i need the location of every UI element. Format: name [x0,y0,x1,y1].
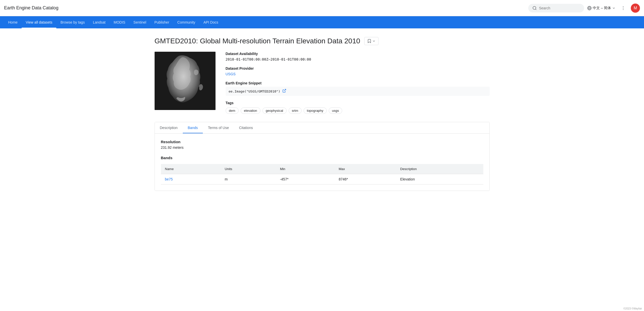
provider-link[interactable]: USGS [226,72,236,76]
nav-item-publisher[interactable]: Publisher [150,16,173,28]
tabs-header: Description Bands Terms of Use Citations [155,122,489,134]
snippet-box: ee.Image("USGS/GMTED2010") [226,87,490,96]
top-bar-left: Earth Engine Data Catalog [4,5,58,11]
bookmark-icon [367,39,372,43]
cell-max: 8746* [335,174,396,185]
bands-table-body: be75 m -457* 8746* Elevation [161,174,483,185]
language-label: 中文 – 简体 [593,6,611,10]
svg-point-6 [623,8,624,8]
nav-item-modis[interactable]: MODIS [110,16,129,28]
page-title: GMTED2010: Global Multi-resolution Terra… [155,36,360,46]
app-title: Earth Engine Data Catalog [4,5,58,11]
cell-description: Elevation [396,174,483,185]
availability-label: Dataset Availability [226,52,490,56]
tab-description[interactable]: Description [155,122,183,133]
col-header-name: Name [161,164,221,174]
language-selector[interactable]: 中文 – 简体 [587,6,616,10]
nav-bar: Home View all datasets Browse by tags La… [0,16,644,28]
cell-units: m [221,174,276,185]
tabs-section: Description Bands Terms of Use Citations… [155,122,490,191]
more-options-button[interactable] [619,4,628,13]
nav-item-browse-tags[interactable]: Browse by tags [56,16,89,28]
bands-table-header: Name Units Min Max Description [161,164,483,174]
tab-bands[interactable]: Bands [183,122,203,133]
page-title-row: GMTED2010: Global Multi-resolution Terra… [155,36,490,46]
snippet-label: Earth Engine Snippet [226,81,490,85]
tag-geophysical[interactable]: geophysical [262,107,287,114]
main-content: GMTED2010: Global Multi-resolution Terra… [144,28,500,199]
tags-row: dem elevation geophysical srtm topograph… [226,107,490,114]
resolution-label: Resolution [161,140,483,144]
availability-value: 2010-01-01T00:00:00Z–2010-01-01T00:00:00 [226,57,490,61]
tab-content-bands: Resolution 231.92 meters Bands Name Unit… [155,134,489,191]
user-avatar[interactable]: M [631,4,640,13]
avatar-letter: M [634,6,637,10]
tab-terms[interactable]: Terms of Use [203,122,234,133]
snippet-code: ee.Image("USGS/GMTED2010") [229,89,280,93]
tag-srtm[interactable]: srtm [289,107,302,114]
tags-label: Tags [226,101,490,105]
nav-item-landsat[interactable]: Landsat [89,16,110,28]
nav-item-view-all[interactable]: View all datasets [22,16,56,28]
table-row: be75 m -457* 8746* Elevation [161,174,483,185]
tab-citations[interactable]: Citations [234,122,258,133]
svg-point-5 [623,6,624,7]
tag-elevation[interactable]: elevation [241,107,260,114]
top-bar: Earth Engine Data Catalog 中文 – 简体 [0,0,644,16]
resolution-value: 231.92 meters [161,145,483,150]
nav-item-sentinel[interactable]: Sentinel [129,16,151,28]
tags-section: Tags dem elevation geophysical srtm topo… [226,101,490,114]
svg-line-1 [536,9,536,10]
chevron-down-small-icon [372,39,376,43]
col-header-units: Units [221,164,276,174]
globe-icon [587,6,592,10]
svg-line-9 [284,89,286,91]
cell-min: -457* [276,174,335,185]
col-header-description: Description [396,164,483,174]
nav-item-api-docs[interactable]: API Docs [199,16,222,28]
external-link-icon[interactable] [282,89,286,94]
dataset-info: Dataset Availability 2010-01-01T00:00:00… [155,52,490,114]
search-input[interactable] [539,6,580,10]
search-icon [532,6,537,10]
tag-usgs[interactable]: usgs [329,107,342,114]
bands-section-label: Bands [161,156,483,160]
top-bar-right: 中文 – 简体 M [528,4,640,13]
provider-label: Dataset Provider [226,66,490,70]
nav-item-home[interactable]: Home [4,16,22,28]
tag-topography[interactable]: topography [304,107,327,114]
svg-point-0 [533,6,536,9]
cell-band-name[interactable]: be75 [161,174,221,185]
svg-point-7 [623,9,624,10]
africa-terrain-visual [155,52,216,110]
chevron-down-icon [612,6,616,10]
dataset-meta: Dataset Availability 2010-01-01T00:00:00… [226,52,490,114]
tag-dem[interactable]: dem [226,107,239,114]
nav-item-community[interactable]: Community [173,16,200,28]
bookmark-button[interactable] [364,37,378,45]
dataset-image [155,52,216,110]
bands-table: Name Units Min Max Description be75 m -4… [161,164,483,185]
search-box[interactable] [528,4,584,12]
col-header-min: Min [276,164,335,174]
col-header-max: Max [335,164,396,174]
